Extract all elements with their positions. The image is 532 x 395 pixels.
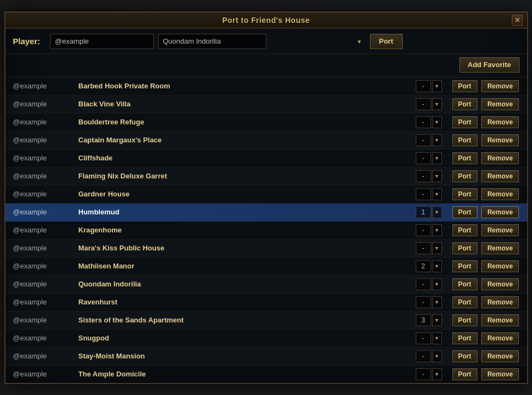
list-item[interactable]: @example The Ample Domicile - ▼ Port Rem… <box>5 366 527 383</box>
list-item[interactable]: @example Quondam Indorilia - ▼ Port Remo… <box>5 276 527 294</box>
row-number-arrow[interactable]: ▼ <box>432 314 442 326</box>
port-button[interactable]: Port <box>370 34 403 49</box>
title-bar: Port to Friend's House ✕ <box>5 13 527 28</box>
row-port-button[interactable]: Port <box>452 152 477 164</box>
row-port-button[interactable]: Port <box>452 314 477 326</box>
row-number-arrow[interactable]: ▼ <box>432 260 442 272</box>
row-number-arrow[interactable]: ▼ <box>432 278 442 290</box>
row-remove-button[interactable]: Remove <box>481 170 519 182</box>
row-port-button[interactable]: Port <box>452 170 477 182</box>
row-number-control: - ▼ <box>416 188 449 200</box>
list-item[interactable]: @example Flaming Nix Deluxe Garret - ▼ P… <box>5 167 527 185</box>
row-remove-button[interactable]: Remove <box>481 134 519 146</box>
row-number-arrow[interactable]: ▼ <box>432 368 442 380</box>
row-number-arrow[interactable]: ▼ <box>432 350 442 362</box>
row-player: @example <box>13 262 79 270</box>
player-input[interactable] <box>50 34 154 49</box>
row-remove-button[interactable]: Remove <box>481 188 519 200</box>
row-number-arrow[interactable]: ▼ <box>432 296 442 308</box>
row-player: @example <box>13 352 79 360</box>
row-port-col: Port <box>449 152 481 164</box>
list-item[interactable]: @example Captain Margaux's Place - ▼ Por… <box>5 131 527 149</box>
row-port-button[interactable]: Port <box>452 224 477 236</box>
row-port-button[interactable]: Port <box>452 368 477 380</box>
row-port-button[interactable]: Port <box>452 206 477 218</box>
row-port-button[interactable]: Port <box>452 116 477 128</box>
row-port-col: Port <box>449 332 481 344</box>
row-number-value: 2 <box>416 260 431 272</box>
row-remove-button[interactable]: Remove <box>481 314 519 326</box>
row-port-button[interactable]: Port <box>452 242 477 254</box>
row-remove-button[interactable]: Remove <box>481 224 519 236</box>
row-port-button[interactable]: Port <box>452 350 477 362</box>
list-item[interactable]: @example Kragenhome - ▼ Port Remove <box>5 222 527 240</box>
row-number-control: - ▼ <box>416 170 449 182</box>
row-remove-button[interactable]: Remove <box>481 368 519 380</box>
list-item[interactable]: @example Black Vine Villa - ▼ Port Remov… <box>5 95 527 113</box>
list-item[interactable]: @example Bouldertree Refuge - ▼ Port Rem… <box>5 113 527 131</box>
row-name: Ravenhurst <box>79 298 416 306</box>
row-remove-col: Remove <box>481 206 519 218</box>
row-number-value: - <box>416 80 431 92</box>
row-remove-button[interactable]: Remove <box>481 278 519 290</box>
row-number-value: - <box>416 296 431 308</box>
row-port-button[interactable]: Port <box>452 278 477 290</box>
list-item[interactable]: @example Gardner House - ▼ Port Remove <box>5 185 527 204</box>
row-remove-button[interactable]: Remove <box>481 332 519 344</box>
row-number-arrow[interactable]: ▼ <box>432 242 442 254</box>
row-port-col: Port <box>449 188 481 200</box>
row-number-arrow[interactable]: ▼ <box>432 188 442 200</box>
row-number-arrow[interactable]: ▼ <box>432 332 442 344</box>
row-number-arrow[interactable]: ▼ <box>432 116 442 128</box>
row-port-col: Port <box>449 260 481 272</box>
row-remove-button[interactable]: Remove <box>481 152 519 164</box>
row-port-button[interactable]: Port <box>452 332 477 344</box>
list-item[interactable]: @example Mathiisen Manor 2 ▼ Port Remove <box>5 258 527 276</box>
row-port-button[interactable]: Port <box>452 80 477 92</box>
row-number-value: - <box>416 134 431 146</box>
row-remove-button[interactable]: Remove <box>481 296 519 308</box>
row-port-col: Port <box>449 242 481 254</box>
row-remove-button[interactable]: Remove <box>481 242 519 254</box>
row-remove-button[interactable]: Remove <box>481 98 519 110</box>
add-favorite-button[interactable]: Add Favorite <box>459 57 519 73</box>
row-port-button[interactable]: Port <box>452 134 477 146</box>
close-button[interactable]: ✕ <box>512 15 523 26</box>
row-remove-button[interactable]: Remove <box>481 260 519 272</box>
row-number-arrow[interactable]: ▼ <box>432 224 442 236</box>
row-remove-button[interactable]: Remove <box>481 206 519 218</box>
row-port-button[interactable]: Port <box>452 296 477 308</box>
list-item[interactable]: @example Mara's Kiss Public House - ▼ Po… <box>5 240 527 258</box>
row-player: @example <box>13 226 79 234</box>
row-number-value: 1 <box>416 206 431 218</box>
location-select[interactable]: Quondam IndoriliaHumblemudMathiisen Mano… <box>158 34 266 49</box>
row-name: Snugpod <box>79 334 416 342</box>
row-number-arrow[interactable]: ▼ <box>432 170 442 182</box>
row-remove-button[interactable]: Remove <box>481 350 519 362</box>
list-item[interactable]: @example Cliffshade - ▼ Port Remove <box>5 149 527 167</box>
list-item[interactable]: @example Sisters of the Sands Apartment … <box>5 312 527 330</box>
list-item[interactable]: @example Barbed Hook Private Room - ▼ Po… <box>5 77 527 95</box>
row-remove-col: Remove <box>481 314 519 326</box>
row-number-arrow[interactable]: ▼ <box>432 80 442 92</box>
row-remove-button[interactable]: Remove <box>481 116 519 128</box>
list-item[interactable]: @example Humblemud 1 ▼ Port Remove <box>5 204 527 222</box>
row-port-button[interactable]: Port <box>452 98 477 110</box>
row-name: Humblemud <box>79 208 416 216</box>
row-remove-button[interactable]: Remove <box>481 80 519 92</box>
row-number-arrow[interactable]: ▼ <box>432 98 442 110</box>
row-name: Barbed Hook Private Room <box>79 82 416 90</box>
row-port-col: Port <box>449 80 481 92</box>
list-item[interactable]: @example Stay-Moist Mansion - ▼ Port Rem… <box>5 348 527 366</box>
row-port-button[interactable]: Port <box>452 188 477 200</box>
row-player: @example <box>13 298 79 306</box>
favorites-list[interactable]: @example Barbed Hook Private Room - ▼ Po… <box>5 77 527 383</box>
row-port-col: Port <box>449 278 481 290</box>
row-number-arrow[interactable]: ▼ <box>432 152 442 164</box>
list-item[interactable]: @example Ravenhurst - ▼ Port Remove <box>5 294 527 312</box>
row-number-arrow[interactable]: ▼ <box>432 206 442 218</box>
row-number-arrow[interactable]: ▼ <box>432 134 442 146</box>
row-port-button[interactable]: Port <box>452 260 477 272</box>
list-item[interactable]: @example Snugpod - ▼ Port Remove <box>5 330 527 348</box>
row-number-control: - ▼ <box>416 350 449 362</box>
